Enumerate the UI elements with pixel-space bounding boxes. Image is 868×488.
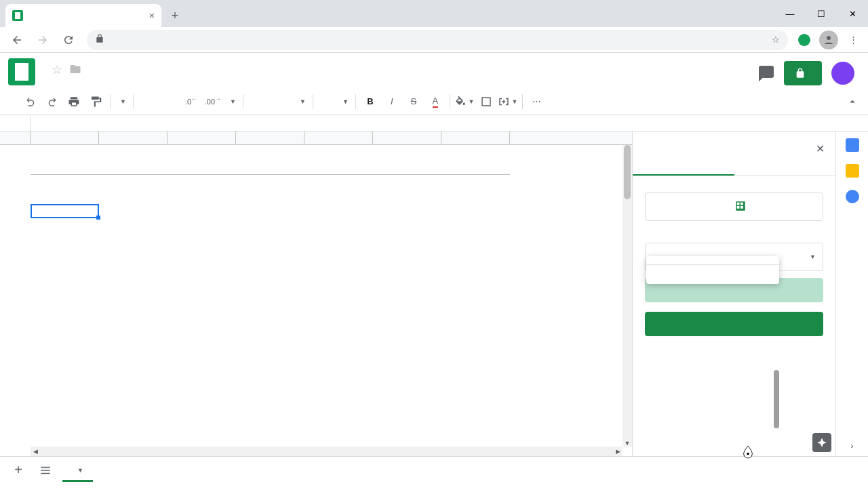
cell-selection-outline: [31, 204, 99, 218]
tab-single-color[interactable]: [633, 161, 734, 176]
col-header[interactable]: [373, 131, 441, 144]
col-header[interactable]: [99, 131, 167, 144]
share-button[interactable]: [784, 61, 822, 85]
app-header: ☆: [0, 53, 868, 88]
borders-button[interactable]: [476, 92, 496, 112]
calendar-title: [31, 145, 510, 175]
vertical-scrollbar[interactable]: ▼: [623, 145, 632, 447]
text-color-button[interactable]: A: [425, 92, 446, 112]
all-sheets-button[interactable]: [35, 460, 56, 481]
italic-button[interactable]: I: [382, 92, 402, 112]
currency-button[interactable]: [138, 92, 158, 112]
bold-button[interactable]: B: [360, 92, 380, 112]
star-icon[interactable]: ☆: [52, 62, 62, 77]
hide-sidepanel-icon[interactable]: ›: [850, 441, 853, 451]
menu-format[interactable]: [88, 79, 98, 84]
apply-range-label: [633, 176, 835, 192]
menu-bar: [45, 79, 758, 84]
browser-tab[interactable]: ×: [5, 4, 161, 27]
account-avatar[interactable]: [831, 62, 854, 85]
spreadsheet-grid[interactable]: ▼ ◀ ▶: [0, 131, 632, 456]
lock-icon: [95, 34, 104, 45]
merge-cells-button[interactable]: ▼: [498, 92, 518, 112]
range-input[interactable]: [645, 192, 823, 221]
menu-addons[interactable]: [121, 79, 130, 84]
side-rail: ›: [835, 131, 868, 456]
forward-icon: [31, 28, 54, 52]
select-all-corner[interactable]: [0, 131, 31, 144]
decrease-decimal-button[interactable]: .0←: [181, 92, 201, 112]
tasks-addon-icon[interactable]: [846, 190, 859, 203]
zoom-dropdown[interactable]: ▼: [115, 92, 129, 112]
reload-icon[interactable]: [57, 28, 80, 52]
scroll-right-icon[interactable]: ▶: [613, 447, 623, 456]
address-bar[interactable]: ☆: [87, 30, 788, 50]
horizontal-scrollbar[interactable]: ◀ ▶: [31, 447, 623, 456]
browser-tab-strip: × + — ☐ ✕: [0, 0, 868, 27]
done-button[interactable]: [645, 312, 823, 336]
redo-icon[interactable]: [42, 92, 62, 112]
close-window-icon[interactable]: ✕: [837, 0, 868, 27]
scroll-thumb[interactable]: [624, 145, 631, 199]
dropdown-item[interactable]: [646, 269, 779, 280]
scroll-left-icon[interactable]: ◀: [31, 447, 40, 456]
menu-view[interactable]: [66, 79, 76, 84]
toolbar: ▼ .0← .00→ ▼ ▼ ▼ B I S A ▼ ▼ ⋯: [0, 88, 868, 115]
percent-button[interactable]: [159, 92, 180, 112]
conditional-format-sidepanel: ✕ ▼: [632, 131, 835, 456]
drive-save-status[interactable]: [149, 79, 159, 84]
keep-addon-icon[interactable]: [846, 164, 859, 178]
lock-icon: [795, 68, 806, 79]
sheet-menu-icon[interactable]: ▼: [77, 467, 83, 474]
rule-condition-dropdown: [646, 256, 779, 284]
collapse-toolbar-icon[interactable]: [842, 92, 863, 112]
add-sheet-button[interactable]: +: [8, 460, 28, 481]
menu-file[interactable]: [45, 79, 54, 84]
menu-edit[interactable]: [56, 79, 65, 84]
col-header[interactable]: [167, 131, 236, 144]
increase-decimal-button[interactable]: .00→: [203, 92, 223, 112]
fx-label[interactable]: [0, 115, 31, 131]
menu-insert[interactable]: [77, 79, 87, 84]
col-header[interactable]: [236, 131, 304, 144]
sheet-tab[interactable]: ▼: [62, 460, 93, 481]
minimize-icon[interactable]: —: [774, 0, 806, 27]
move-folder-icon[interactable]: [69, 63, 81, 77]
format-rules-label: [633, 221, 835, 237]
more-formats-dropdown[interactable]: ▼: [224, 92, 239, 112]
browser-menu-icon[interactable]: ⋮: [844, 30, 863, 49]
select-range-icon[interactable]: [734, 200, 816, 214]
menu-tools[interactable]: [110, 79, 119, 84]
window-controls: — ☐ ✕: [774, 0, 868, 27]
comments-icon[interactable]: [758, 65, 774, 81]
tab-color-scale[interactable]: [734, 161, 836, 176]
profile-avatar-icon[interactable]: [819, 30, 838, 49]
print-icon[interactable]: [64, 92, 84, 112]
undo-icon[interactable]: [20, 92, 41, 112]
more-toolbar-icon[interactable]: ⋯: [527, 92, 547, 112]
col-header[interactable]: [304, 131, 373, 144]
menu-data[interactable]: [99, 79, 108, 84]
sidepanel-tabs: [633, 161, 835, 176]
bookmark-star-icon[interactable]: ☆: [772, 35, 780, 45]
new-tab-button[interactable]: +: [165, 6, 184, 25]
maximize-icon[interactable]: ☐: [806, 0, 837, 27]
fill-color-button[interactable]: ▼: [454, 92, 475, 112]
back-icon[interactable]: [5, 28, 28, 52]
calendar-addon-icon[interactable]: [846, 138, 859, 152]
sheets-logo-icon[interactable]: [8, 58, 38, 88]
font-dropdown[interactable]: ▼: [248, 92, 309, 112]
paint-format-icon[interactable]: [85, 92, 106, 112]
explore-button[interactable]: [812, 433, 831, 452]
dropdown-scrollbar[interactable]: [774, 370, 779, 428]
tab-close-icon[interactable]: ×: [149, 10, 155, 21]
close-sidepanel-icon[interactable]: ✕: [816, 142, 825, 155]
menu-help[interactable]: [132, 79, 141, 84]
browser-toolbar: ☆ ⋮: [0, 27, 868, 53]
fill-handle[interactable]: [96, 216, 100, 220]
col-header[interactable]: [441, 131, 510, 144]
col-header[interactable]: [31, 131, 99, 144]
font-size-dropdown[interactable]: ▼: [317, 92, 351, 112]
extension-icon[interactable]: [795, 30, 814, 49]
strikethrough-button[interactable]: S: [403, 92, 424, 112]
